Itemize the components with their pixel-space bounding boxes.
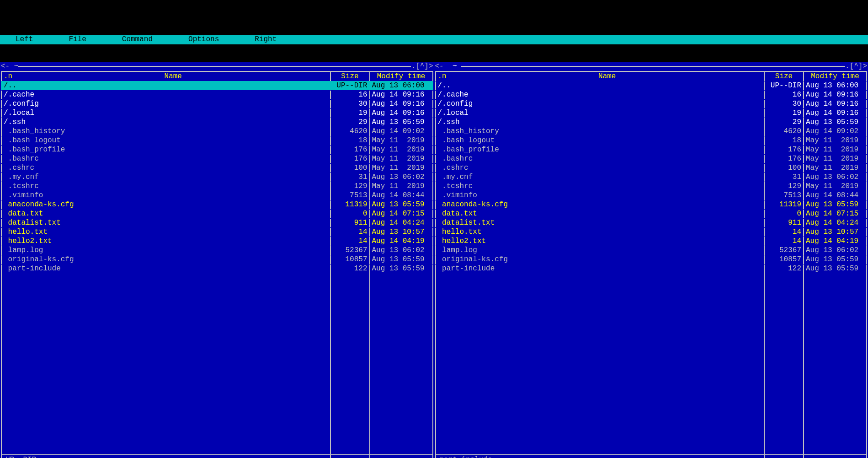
left-row[interactable]: /.ssh29Aug 13 05:59 [1,118,433,127]
file-name: .bash_logout [435,136,764,145]
right-row[interactable]: /.ssh29Aug 13 05:59 [435,118,868,127]
file-name: lamp.log [1,246,330,255]
left-row[interactable]: hello.txt14Aug 13 10:57 [1,227,433,237]
right-header-name[interactable]: Name [449,72,764,81]
left-row[interactable]: /.cache16Aug 14 09:16 [1,90,433,99]
file-mtime: Aug 14 08:44 [803,191,867,200]
right-row[interactable]: .viminfo7513Aug 14 08:44 [435,191,868,200]
file-mtime: Aug 13 06:02 [803,173,867,182]
right-row[interactable]: /..UP--DIRAug 13 06:00 [435,81,868,90]
left-row[interactable]: .bash_profile176May 11 2019 [1,145,433,154]
file-name: datalist.txt [1,219,330,227]
left-caret[interactable]: .[^]> [411,62,433,71]
right-caret[interactable]: .[^]> [845,62,867,71]
left-row[interactable]: .my.cnf31Aug 13 06:02 [1,172,433,182]
right-row[interactable]: .bash_history4620Aug 14 09:02 [435,127,868,136]
left-header-mtime[interactable]: Modify time [369,72,433,81]
file-size: 30 [330,100,369,108]
file-size: 31 [764,173,803,182]
right-path[interactable]: ~ [448,62,461,71]
file-name: data.txt [1,210,330,218]
file-mtime: Aug 13 05:59 [803,118,867,127]
file-name: .bashrc [1,155,330,163]
right-row[interactable]: hello2.txt14Aug 14 04:19 [435,237,868,246]
right-row[interactable]: datalist.txt911Aug 14 04:24 [435,218,868,227]
right-row[interactable]: anaconda-ks.cfg11319Aug 13 05:59 [435,200,868,209]
left-row[interactable]: .bashrc176May 11 2019 [1,154,433,163]
file-size: 11319 [330,200,369,209]
right-row[interactable]: lamp.log52367Aug 13 06:02 [435,246,868,255]
left-header-name[interactable]: Name [15,72,330,81]
file-name: /.config [1,100,330,108]
left-row[interactable]: data.txt0Aug 14 07:15 [1,209,433,218]
left-row[interactable]: .cshrc100May 11 2019 [1,163,433,172]
left-row[interactable]: anaconda-ks.cfg11319Aug 13 05:59 [1,200,433,209]
right-row[interactable]: original-ks.cfg10857Aug 13 05:59 [435,255,868,264]
right-header-n[interactable]: .n [435,72,449,81]
file-name: /.local [435,109,764,118]
left-panel[interactable]: <- ~.[^]>.nNameSizeModify time/..UP--DIR… [1,62,433,458]
file-mtime: Aug 13 06:00 [803,81,867,90]
right-body[interactable]: /..UP--DIRAug 13 06:00/.cache16Aug 14 09… [435,81,868,454]
menu-options[interactable]: Options [182,35,225,44]
file-mtime: Aug 13 06:02 [369,246,433,255]
menubar[interactable]: Left File Command Options Right [0,35,868,44]
file-size: 10857 [764,255,803,264]
left-row[interactable]: part-include122Aug 13 05:59 [1,264,433,273]
file-size: 911 [764,219,803,227]
right-row[interactable]: .tcshrc129May 11 2019 [435,182,868,191]
file-mtime: May 11 2019 [803,145,867,154]
file-name: .tcshrc [1,182,330,191]
left-row[interactable]: .bash_history4620Aug 14 09:02 [1,127,433,136]
file-size: 911 [330,219,369,227]
file-size: 100 [764,164,803,172]
left-row[interactable]: /..UP--DIRAug 13 06:00 [1,81,433,90]
left-row[interactable]: hello2.txt14Aug 14 04:19 [1,237,433,246]
left-row[interactable]: original-ks.cfg10857Aug 13 05:59 [1,255,433,264]
right-row[interactable]: data.txt0Aug 14 07:15 [435,209,868,218]
left-row[interactable]: datalist.txt911Aug 14 04:24 [1,218,433,227]
file-name: original-ks.cfg [435,255,764,264]
right-header: .nNameSizeModify time [435,71,868,81]
right-row[interactable]: /.config30Aug 14 09:16 [435,99,868,108]
left-body[interactable]: /..UP--DIRAug 13 06:00/.cache16Aug 14 09… [1,81,433,454]
file-name: hello2.txt [1,237,330,246]
left-row[interactable]: lamp.log52367Aug 13 06:02 [1,246,433,255]
right-row[interactable]: .bash_profile176May 11 2019 [435,145,868,154]
left-header-size[interactable]: Size [330,72,369,81]
right-footer-info: part-include [435,456,868,458]
menu-right[interactable]: Right [248,35,283,44]
file-size: 14 [764,237,803,246]
left-row[interactable]: .viminfo7513Aug 14 08:44 [1,191,433,200]
file-mtime: Aug 13 05:59 [369,118,433,127]
right-row[interactable]: .bashrc176May 11 2019 [435,154,868,163]
right-header-mtime[interactable]: Modify time [803,72,867,81]
left-row[interactable]: .tcshrc129May 11 2019 [1,182,433,191]
file-name: .tcshrc [435,182,764,191]
left-row[interactable]: /.local19Aug 14 09:16 [1,108,433,118]
left-path[interactable]: ~ [14,62,19,71]
right-panel[interactable]: <- ~ .[^]>.nNameSizeModify time/..UP--DI… [435,62,868,458]
left-header-n[interactable]: .n [1,72,15,81]
right-row[interactable]: .my.cnf31Aug 13 06:02 [435,172,868,182]
right-row[interactable]: hello.txt14Aug 13 10:57 [435,227,868,237]
menu-command[interactable]: Command [116,35,159,44]
file-name: /.ssh [1,118,330,127]
right-row[interactable]: /.cache16Aug 14 09:16 [435,90,868,99]
left-row[interactable]: .bash_logout18May 11 2019 [1,136,433,145]
right-row[interactable]: part-include122Aug 13 05:59 [435,264,868,273]
file-mtime: Aug 14 09:16 [803,100,867,108]
file-name: /.config [435,100,764,108]
file-mtime: Aug 13 05:59 [803,200,867,209]
file-name: .bashrc [435,155,764,163]
right-header-size[interactable]: Size [764,72,803,81]
right-row[interactable]: /.local19Aug 14 09:16 [435,108,868,118]
right-row[interactable]: .cshrc100May 11 2019 [435,163,868,172]
file-size: 14 [330,228,369,237]
right-row[interactable]: .bash_logout18May 11 2019 [435,136,868,145]
file-name: /.cache [1,91,330,99]
menu-file[interactable]: File [62,35,92,44]
left-row[interactable]: /.config30Aug 14 09:16 [1,99,433,108]
menu-left[interactable]: Left [9,35,39,44]
file-name: .my.cnf [1,173,330,182]
